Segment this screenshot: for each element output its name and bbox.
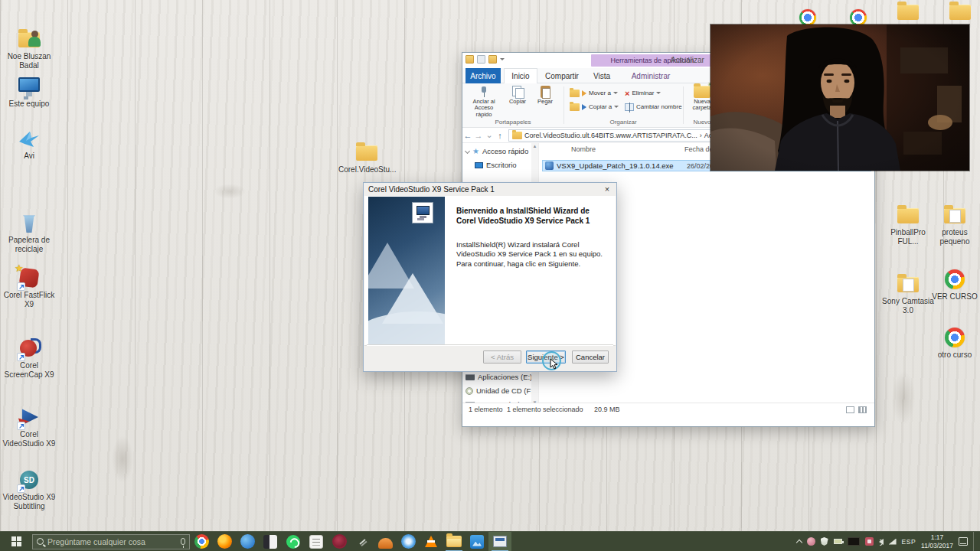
delete-button[interactable]: × Eliminar	[625, 88, 661, 98]
copy-button[interactable]: Copiar	[502, 86, 533, 105]
new-folder-icon	[694, 86, 710, 98]
taskbar-vlc[interactable]	[420, 532, 443, 551]
volume-icon[interactable]	[879, 539, 884, 545]
tray-app-icon[interactable]	[807, 537, 815, 546]
chrome-icon[interactable]	[850, 9, 867, 26]
desktop-icon-proteus[interactable]: proteus pequeno	[929, 204, 980, 246]
desktop-icon-recycle-bin[interactable]: Papelera de reciclaje	[0, 211, 58, 253]
scroll-up-icon[interactable]: ▲	[532, 143, 537, 150]
dialog-title-bar[interactable]: Corel VideoStudio X9 Service Pack 1 ×	[364, 183, 616, 196]
taskbar-installer[interactable]	[488, 532, 511, 551]
desktop-icon-chrome-curso2[interactable]: otro curso	[929, 326, 980, 360]
pin-to-quick-access-button[interactable]: Anclar al Acceso rápido	[467, 86, 501, 118]
taskbar-firefox[interactable]	[213, 532, 236, 551]
properties-icon[interactable]	[477, 55, 485, 64]
taskbar-photos[interactable]	[466, 532, 488, 551]
search-input[interactable]	[47, 537, 177, 546]
taskbar-whatsapp[interactable]	[282, 532, 305, 551]
nav-drive-f[interactable]: Unidad de CD (F:	[466, 386, 533, 395]
address-field[interactable]: Corel.VideoStudio.ult.64BITS.www.ARTISTA…	[508, 129, 738, 142]
taskbar-card-app[interactable]	[259, 532, 282, 551]
taskbar-glow-app[interactable]	[397, 532, 420, 551]
desktop-icon-videostudio[interactable]: Corel VideoStudio X9	[0, 406, 58, 448]
rename-icon	[625, 103, 634, 111]
search-icon	[37, 538, 44, 545]
column-header-date[interactable]: Fecha de	[684, 145, 714, 153]
battery-icon[interactable]	[834, 539, 842, 544]
desktop-icon-fastflick[interactable]: ★ Corel FastFlick X9	[0, 266, 58, 308]
desktop: Noe Bluszan Badal Este equipo Avi Papele…	[0, 0, 980, 551]
back-icon[interactable]: ←	[462, 131, 473, 140]
defender-shield-icon[interactable]	[821, 537, 828, 546]
quick-access-toolbar[interactable]	[466, 55, 505, 64]
desktop-icon-corel-folder[interactable]: Corel.VideoStu...	[340, 141, 394, 174]
preview-thumbnail-icon[interactable]	[848, 537, 860, 546]
desktop-icon-label: proteus pequeno	[929, 228, 980, 246]
desktop-icon-pinballpro[interactable]: PinballPro FUL...	[880, 204, 936, 246]
chevron-icon[interactable]	[465, 148, 470, 154]
desktop-icon-user-folder[interactable]: Noe Bluszan Badal	[0, 28, 58, 70]
dialog-footer: < Atrás Siguiente > Cancelar	[364, 344, 616, 371]
back-button[interactable]: < Atrás	[483, 350, 521, 364]
taskbar-chrome[interactable]	[190, 532, 213, 551]
dialog-body: Bienvenido a InstallShield Wizard de Cor…	[364, 196, 616, 346]
tab-archivo[interactable]: Archivo	[466, 68, 501, 83]
desktop-icon-chrome-curso1[interactable]: VER CURSO	[929, 268, 980, 302]
desktop-icon-label: PinballPro FUL...	[880, 228, 936, 246]
breadcrumb[interactable]: Corel.VideoStudio.ult.64BITS.www.ARTISTA…	[524, 132, 697, 139]
clock[interactable]: 1:17 11/03/2017	[921, 533, 953, 549]
orange-app-icon	[378, 538, 393, 549]
folder-icon[interactable]	[949, 5, 971, 20]
copy-to-button[interactable]: Copiar a	[570, 102, 619, 112]
folder-icon[interactable]	[897, 5, 919, 20]
details-view-icon[interactable]	[846, 406, 854, 413]
tab-vista[interactable]: Vista	[586, 68, 617, 83]
paste-button[interactable]: Pegar	[530, 86, 560, 105]
tool-icon	[359, 539, 365, 544]
up-icon[interactable]: ↑	[495, 131, 505, 140]
start-button[interactable]	[0, 532, 32, 551]
desktop-icon-this-pc[interactable]: Este equipo	[0, 75, 58, 109]
chevron-down-icon[interactable]: ⌄	[484, 130, 495, 140]
move-to-button[interactable]: Mover a	[570, 88, 618, 98]
cortana-search-box[interactable]	[32, 534, 190, 549]
taskbar-tool-app[interactable]	[351, 532, 374, 551]
action-center-icon[interactable]	[959, 537, 968, 546]
thumbnail-view-icon[interactable]	[858, 406, 867, 413]
shortcut-arrow-icon	[17, 422, 25, 430]
nav-desktop[interactable]: Escritorio	[475, 161, 517, 169]
column-header-name[interactable]: Nombre	[571, 145, 596, 153]
show-desktop-button[interactable]	[973, 532, 975, 551]
rename-button[interactable]: Cambiar nombre	[625, 102, 682, 112]
taskbar-file-explorer[interactable]	[443, 532, 466, 551]
language-indicator[interactable]: ESP	[902, 538, 916, 546]
new-folder-icon[interactable]	[488, 55, 497, 64]
taskbar-blue-app[interactable]	[236, 532, 259, 551]
taskbar-notes-app[interactable]	[305, 532, 328, 551]
cancel-button[interactable]: Cancelar	[572, 350, 609, 364]
tray-red-app-icon[interactable]	[865, 537, 874, 546]
chevron-down-icon[interactable]	[500, 58, 505, 60]
item-count: 1 elemento	[469, 406, 503, 413]
tab-inicio[interactable]: Inicio	[504, 68, 537, 83]
close-icon[interactable]: ×	[601, 184, 613, 194]
network-icon[interactable]	[889, 539, 897, 545]
selection-size: 20.9 MB	[594, 406, 620, 413]
star-icon: ★	[472, 147, 479, 155]
desktop-icon-avi[interactable]: Avi	[0, 127, 58, 161]
nav-quick-access[interactable]: ★ Acceso rápido	[466, 147, 528, 155]
shortcut-arrow-icon	[17, 282, 25, 291]
chrome-icon[interactable]	[799, 9, 816, 26]
taskbar-orange-app[interactable]	[374, 532, 397, 551]
desktop-icon-subtitling[interactable]: SD VideoStudio X9 Subtitling	[0, 468, 58, 510]
taskbar-recorder-app[interactable]	[328, 532, 351, 551]
nav-drive-e[interactable]: Aplicaciones (E:)	[466, 373, 532, 381]
tab-compartir[interactable]: Compartir	[541, 68, 583, 83]
desktop-icon-camtasia[interactable]: Sony Camtasia 3.0	[880, 272, 936, 315]
desktop-icon-screencap[interactable]: Corel ScreenCap X9	[0, 337, 58, 379]
desktop-icon-label: Avi	[24, 152, 34, 161]
tab-administrar[interactable]: Administrar	[623, 68, 678, 83]
tray-expand-icon[interactable]	[795, 540, 802, 546]
forward-icon[interactable]: →	[473, 131, 484, 140]
microphone-icon[interactable]	[181, 538, 185, 545]
